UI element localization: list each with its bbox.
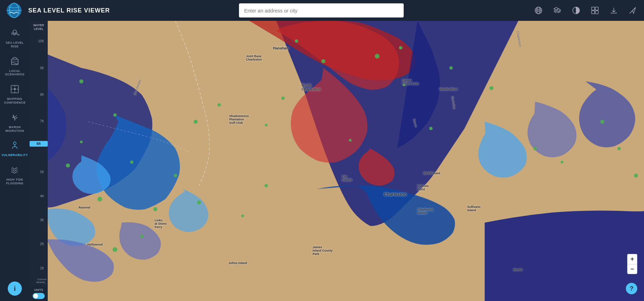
zoom-out-button[interactable]: −: [627, 264, 637, 274]
svg-point-41: [321, 59, 325, 63]
level-10ft[interactable]: 10ft: [28, 39, 46, 43]
info-button[interactable]: i: [8, 281, 22, 296]
sea-level-icon: [10, 28, 19, 40]
svg-point-51: [197, 200, 201, 204]
water-level-panel: WATERLEVEL 10ft 9ft 8ft 7ft 6ft 5ft 4ft …: [30, 21, 48, 301]
svg-point-44: [399, 46, 402, 49]
units-toggle[interactable]: [33, 293, 45, 299]
sidebar-item-high-tide-flooding-label: HIGH TIDEFLOODING: [6, 178, 24, 185]
share-button[interactable]: [627, 4, 639, 16]
level-9ft[interactable]: 9ft: [28, 66, 46, 70]
level-4ft[interactable]: 4ft: [28, 194, 46, 198]
svg-point-50: [241, 215, 244, 217]
zoom-controls: + −: [627, 254, 637, 274]
mhhw-label: CurrentMHHW_: [36, 278, 46, 284]
mapping-confidence-icon: [10, 84, 19, 96]
svg-point-48: [113, 247, 117, 252]
contrast-button[interactable]: [570, 4, 582, 16]
header: SEA LEVEL RISE VIEWER: [0, 0, 644, 21]
zoom-in-button[interactable]: +: [627, 254, 637, 264]
sidebar-item-marsh-migration[interactable]: MARSHMIGRATION: [1, 109, 28, 136]
level-2ft[interactable]: 2ft: [28, 242, 46, 246]
level-5ft[interactable]: 5ft: [28, 170, 46, 174]
sidebar-item-sea-level-rise-label: SEA LEVELRISE: [6, 41, 24, 48]
svg-point-54: [533, 147, 537, 150]
search-container: [115, 3, 527, 17]
units-label: UNITS: [34, 288, 43, 292]
svg-point-25: [14, 88, 16, 90]
level-6ft-active[interactable]: 6ft: [30, 141, 48, 147]
svg-point-42: [295, 39, 298, 43]
level-3ft[interactable]: 3ft: [28, 218, 46, 222]
sidebar-item-local-scenarios-label: LOCALSCENARIOS: [5, 69, 25, 77]
svg-point-39: [265, 124, 268, 126]
svg-point-59: [174, 174, 177, 177]
svg-point-61: [66, 163, 70, 167]
svg-point-46: [153, 207, 157, 211]
svg-point-58: [634, 174, 638, 178]
svg-point-49: [265, 184, 268, 187]
svg-rect-17: [595, 11, 598, 14]
vulnerability-icon: [10, 141, 19, 152]
svg-point-52: [449, 66, 453, 70]
svg-point-45: [403, 83, 405, 86]
svg-rect-16: [592, 11, 595, 14]
sidebar: SEA LEVELRISE LOCALSCENARIOS MAPPI: [0, 21, 30, 301]
sidebar-item-local-scenarios[interactable]: LOCALSCENARIOS: [1, 53, 28, 80]
svg-point-63: [349, 139, 352, 142]
svg-point-34: [113, 113, 117, 117]
svg-point-30: [13, 142, 16, 145]
marsh-migration-icon: [10, 113, 19, 124]
sidebar-item-high-tide-flooding[interactable]: HIGH TIDEFLOODING: [1, 162, 28, 189]
svg-line-10: [554, 11, 556, 13]
local-scenarios-icon: [10, 57, 19, 68]
high-tide-flooding-icon: [10, 165, 19, 177]
sidebar-info: i: [8, 281, 22, 296]
svg-point-40: [281, 97, 285, 100]
map-area[interactable]: Hanahan Joint BaseCharleston NorthCharle…: [48, 21, 644, 301]
sidebar-item-mapping-confidence-label: MAPPINGCONFIDENCE: [4, 97, 26, 105]
grid-button[interactable]: [589, 4, 601, 16]
app-title: SEA LEVEL RISE VIEWER: [28, 7, 110, 14]
svg-point-56: [600, 120, 604, 124]
logo: [5, 2, 23, 19]
level-8ft[interactable]: 8ft: [28, 93, 46, 97]
units-section: UNITS: [30, 286, 48, 301]
svg-marker-6: [554, 7, 559, 10]
svg-point-37: [194, 120, 198, 124]
svg-point-35: [97, 197, 102, 201]
svg-line-12: [556, 11, 558, 13]
level-7ft[interactable]: 7ft: [28, 119, 46, 123]
sidebar-item-sea-level-rise[interactable]: SEA LEVELRISE: [1, 25, 28, 52]
water-level-label: WATERLEVEL: [33, 24, 44, 31]
svg-rect-14: [592, 7, 595, 10]
level-markers[interactable]: 10ft 9ft 8ft 7ft 6ft 5ft 4ft 3ft 2ft 1ft…: [30, 34, 48, 301]
svg-point-38: [217, 103, 221, 107]
sidebar-item-mapping-confidence[interactable]: MAPPINGCONFIDENCE: [1, 81, 28, 108]
svg-point-19: [13, 30, 16, 33]
level-1ft[interactable]: 1ft: [28, 266, 46, 270]
download-button[interactable]: [608, 4, 620, 16]
globe-button[interactable]: [532, 4, 545, 16]
toggle-knob: [33, 294, 38, 298]
svg-point-57: [617, 147, 621, 150]
svg-line-9: [558, 10, 561, 11]
svg-point-55: [561, 161, 563, 163]
svg-line-11: [558, 11, 561, 13]
sidebar-item-vulnerability[interactable]: VULNERABILITY: [1, 137, 28, 160]
svg-point-47: [140, 234, 144, 238]
svg-marker-7: [556, 9, 561, 11]
svg-point-36: [130, 160, 133, 164]
map-button[interactable]: [551, 4, 563, 16]
svg-point-43: [375, 54, 379, 59]
header-icons: [532, 4, 639, 16]
svg-point-33: [79, 79, 83, 83]
svg-line-8: [554, 10, 556, 11]
svg-point-53: [489, 86, 493, 90]
sidebar-item-vulnerability-label: VULNERABILITY: [2, 153, 28, 157]
sidebar-item-marsh-migration-label: MARSHMIGRATION: [5, 125, 24, 133]
svg-point-60: [80, 141, 83, 143]
svg-point-62: [429, 127, 433, 130]
search-input[interactable]: [239, 3, 404, 17]
help-button[interactable]: ?: [626, 283, 637, 294]
